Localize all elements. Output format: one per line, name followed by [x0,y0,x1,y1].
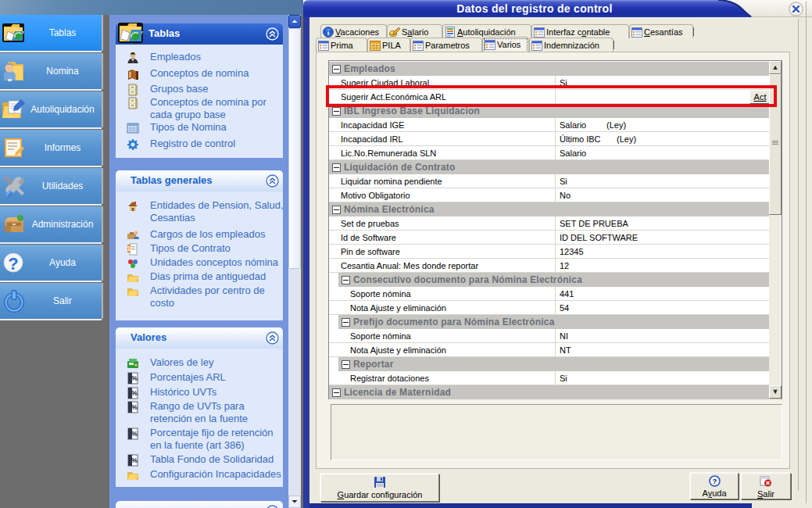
svg-text:%: % [131,389,138,397]
svg-text:%: % [131,403,138,411]
svg-text:%: % [131,430,138,438]
svg-text:%: % [131,374,138,382]
svg-text:%: % [131,456,138,464]
svg-text:?: ? [8,254,18,274]
svg-text:1: 1 [127,245,131,252]
svg-text:?: ? [712,478,717,485]
